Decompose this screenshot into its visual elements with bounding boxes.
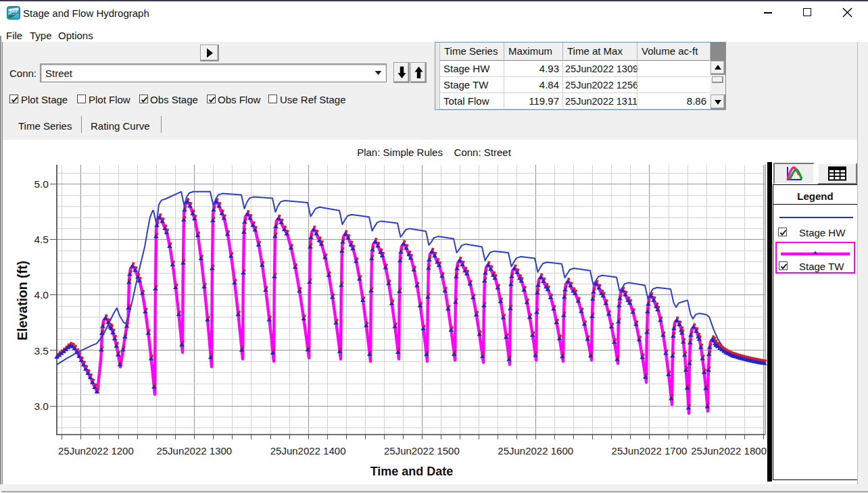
svg-text:3.5: 3.5	[34, 345, 49, 357]
svg-text:Plan: Simple Rules Conn: St: Plan: Simple Rules Conn: Street	[357, 147, 511, 158]
svg-text:3.0: 3.0	[34, 400, 49, 412]
svg-text:25Jun2022 1400: 25Jun2022 1400	[270, 445, 346, 457]
svg-text:5.0: 5.0	[34, 178, 49, 190]
svg-text:25Jun2022 1700: 25Jun2022 1700	[612, 445, 688, 457]
svg-text:25Jun2022 1200: 25Jun2022 1200	[58, 445, 134, 457]
svg-text:RAS: RAS	[9, 9, 18, 14]
svg-text:Elevation (ft): Elevation (ft)	[15, 261, 30, 340]
svg-text:25Jun2022 1300: 25Jun2022 1300	[156, 445, 232, 457]
svg-text:4.5: 4.5	[34, 234, 49, 245]
svg-text:25Jun2022 1500: 25Jun2022 1500	[384, 445, 460, 457]
svg-text:25Jun2022 1600: 25Jun2022 1600	[498, 445, 573, 457]
svg-text:Time and Date: Time and Date	[370, 465, 454, 478]
svg-text:4.0: 4.0	[34, 289, 49, 301]
svg-text:25Jun2022 1800: 25Jun2022 1800	[691, 445, 767, 457]
